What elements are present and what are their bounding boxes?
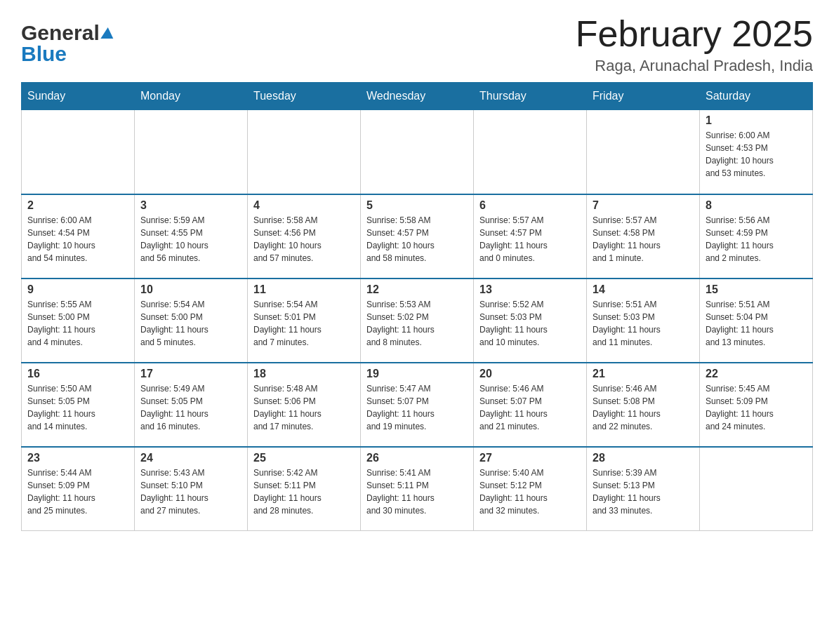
calendar-header-row: Sunday Monday Tuesday Wednesday Thursday… [22, 83, 813, 110]
day-number: 1 [706, 114, 807, 127]
table-row: 16Sunrise: 5:50 AM Sunset: 5:05 PM Dayli… [22, 363, 135, 447]
page-header: General Blue February 2025 Raga, Arunach… [21, 14, 813, 75]
day-info: Sunrise: 5:51 AM Sunset: 5:04 PM Dayligh… [706, 298, 807, 349]
calendar-table: Sunday Monday Tuesday Wednesday Thursday… [21, 82, 813, 531]
header-saturday: Saturday [700, 83, 813, 110]
table-row: 25Sunrise: 5:42 AM Sunset: 5:11 PM Dayli… [248, 447, 361, 531]
day-info: Sunrise: 5:55 AM Sunset: 5:00 PM Dayligh… [27, 298, 128, 349]
day-info: Sunrise: 5:43 AM Sunset: 5:10 PM Dayligh… [140, 467, 241, 517]
location-subtitle: Raga, Arunachal Pradesh, India [576, 57, 813, 75]
table-row: 11Sunrise: 5:54 AM Sunset: 5:01 PM Dayli… [248, 279, 361, 363]
day-number: 5 [366, 199, 468, 212]
logo-blue-text: Blue [21, 42, 67, 66]
table-row: 20Sunrise: 5:46 AM Sunset: 5:07 PM Dayli… [474, 363, 587, 447]
month-title: February 2025 [576, 14, 813, 54]
table-row: 19Sunrise: 5:47 AM Sunset: 5:07 PM Dayli… [361, 363, 474, 447]
table-row [135, 110, 248, 194]
table-row: 7Sunrise: 5:57 AM Sunset: 4:58 PM Daylig… [587, 194, 700, 279]
day-number: 24 [140, 452, 241, 464]
table-row: 3Sunrise: 5:59 AM Sunset: 4:55 PM Daylig… [135, 194, 248, 279]
day-info: Sunrise: 5:48 AM Sunset: 5:06 PM Dayligh… [253, 382, 355, 433]
table-row: 23Sunrise: 5:44 AM Sunset: 5:09 PM Dayli… [22, 447, 135, 531]
day-number: 12 [366, 283, 468, 296]
table-row: 22Sunrise: 5:45 AM Sunset: 5:09 PM Dayli… [700, 363, 813, 447]
table-row: 18Sunrise: 5:48 AM Sunset: 5:06 PM Dayli… [248, 363, 361, 447]
logo-general-text: General [21, 21, 100, 45]
table-row: 9Sunrise: 5:55 AM Sunset: 5:00 PM Daylig… [22, 279, 135, 363]
day-info: Sunrise: 6:00 AM Sunset: 4:54 PM Dayligh… [27, 214, 128, 264]
header-wednesday: Wednesday [361, 83, 474, 110]
day-number: 20 [479, 368, 581, 380]
day-info: Sunrise: 5:41 AM Sunset: 5:11 PM Dayligh… [366, 467, 468, 517]
day-number: 3 [140, 199, 241, 212]
day-number: 27 [479, 452, 581, 464]
table-row [474, 110, 587, 194]
table-row [361, 110, 474, 194]
day-number: 7 [593, 199, 694, 212]
day-info: Sunrise: 5:58 AM Sunset: 4:56 PM Dayligh… [253, 214, 355, 264]
table-row: 24Sunrise: 5:43 AM Sunset: 5:10 PM Dayli… [135, 447, 248, 531]
header-monday: Monday [135, 83, 248, 110]
day-number: 9 [27, 283, 128, 296]
day-info: Sunrise: 5:53 AM Sunset: 5:02 PM Dayligh… [366, 298, 468, 349]
table-row: 14Sunrise: 5:51 AM Sunset: 5:03 PM Dayli… [587, 279, 700, 363]
day-number: 15 [706, 283, 807, 296]
day-number: 28 [593, 452, 694, 464]
day-info: Sunrise: 5:40 AM Sunset: 5:12 PM Dayligh… [479, 467, 581, 517]
day-number: 25 [253, 452, 355, 464]
day-info: Sunrise: 5:54 AM Sunset: 5:00 PM Dayligh… [140, 298, 241, 349]
header-tuesday: Tuesday [248, 83, 361, 110]
header-thursday: Thursday [474, 83, 587, 110]
table-row: 6Sunrise: 5:57 AM Sunset: 4:57 PM Daylig… [474, 194, 587, 279]
day-number: 22 [706, 368, 807, 380]
day-info: Sunrise: 5:45 AM Sunset: 5:09 PM Dayligh… [706, 382, 807, 433]
day-number: 17 [140, 368, 241, 380]
day-number: 26 [366, 452, 468, 464]
day-info: Sunrise: 5:49 AM Sunset: 5:05 PM Dayligh… [140, 382, 241, 433]
day-number: 21 [593, 368, 694, 380]
day-number: 6 [479, 199, 581, 212]
day-number: 4 [253, 199, 355, 212]
table-row: 17Sunrise: 5:49 AM Sunset: 5:05 PM Dayli… [135, 363, 248, 447]
table-row: 15Sunrise: 5:51 AM Sunset: 5:04 PM Dayli… [700, 279, 813, 363]
header-friday: Friday [587, 83, 700, 110]
table-row: 26Sunrise: 5:41 AM Sunset: 5:11 PM Dayli… [361, 447, 474, 531]
table-row: 28Sunrise: 5:39 AM Sunset: 5:13 PM Dayli… [587, 447, 700, 531]
day-number: 10 [140, 283, 241, 296]
day-info: Sunrise: 5:59 AM Sunset: 4:55 PM Dayligh… [140, 214, 241, 264]
calendar-week-row: 23Sunrise: 5:44 AM Sunset: 5:09 PM Dayli… [22, 447, 813, 531]
day-info: Sunrise: 5:47 AM Sunset: 5:07 PM Dayligh… [366, 382, 468, 433]
day-info: Sunrise: 5:42 AM Sunset: 5:11 PM Dayligh… [253, 467, 355, 517]
header-sunday: Sunday [22, 83, 135, 110]
table-row: 10Sunrise: 5:54 AM Sunset: 5:00 PM Dayli… [135, 279, 248, 363]
day-info: Sunrise: 5:54 AM Sunset: 5:01 PM Dayligh… [253, 298, 355, 349]
day-info: Sunrise: 5:39 AM Sunset: 5:13 PM Dayligh… [593, 467, 694, 517]
day-number: 8 [706, 199, 807, 212]
table-row: 13Sunrise: 5:52 AM Sunset: 5:03 PM Dayli… [474, 279, 587, 363]
calendar-week-row: 16Sunrise: 5:50 AM Sunset: 5:05 PM Dayli… [22, 363, 813, 447]
logo: General Blue [21, 14, 114, 66]
day-info: Sunrise: 6:00 AM Sunset: 4:53 PM Dayligh… [706, 129, 807, 180]
table-row [700, 447, 813, 531]
day-info: Sunrise: 5:52 AM Sunset: 5:03 PM Dayligh… [479, 298, 581, 349]
day-number: 16 [27, 368, 128, 380]
title-block: February 2025 Raga, Arunachal Pradesh, I… [576, 14, 813, 75]
day-info: Sunrise: 5:44 AM Sunset: 5:09 PM Dayligh… [27, 467, 128, 517]
table-row: 12Sunrise: 5:53 AM Sunset: 5:02 PM Dayli… [361, 279, 474, 363]
day-number: 23 [27, 452, 128, 464]
day-number: 2 [27, 199, 128, 212]
day-number: 19 [366, 368, 468, 380]
day-info: Sunrise: 5:58 AM Sunset: 4:57 PM Dayligh… [366, 214, 468, 264]
table-row [587, 110, 700, 194]
day-number: 14 [593, 283, 694, 296]
day-info: Sunrise: 5:56 AM Sunset: 4:59 PM Dayligh… [706, 214, 807, 264]
day-info: Sunrise: 5:46 AM Sunset: 5:07 PM Dayligh… [479, 382, 581, 433]
day-number: 18 [253, 368, 355, 380]
table-row [22, 110, 135, 194]
table-row: 4Sunrise: 5:58 AM Sunset: 4:56 PM Daylig… [248, 194, 361, 279]
day-number: 13 [479, 283, 581, 296]
day-info: Sunrise: 5:57 AM Sunset: 4:57 PM Dayligh… [479, 214, 581, 264]
table-row: 5Sunrise: 5:58 AM Sunset: 4:57 PM Daylig… [361, 194, 474, 279]
day-info: Sunrise: 5:57 AM Sunset: 4:58 PM Dayligh… [593, 214, 694, 264]
day-info: Sunrise: 5:46 AM Sunset: 5:08 PM Dayligh… [593, 382, 694, 433]
